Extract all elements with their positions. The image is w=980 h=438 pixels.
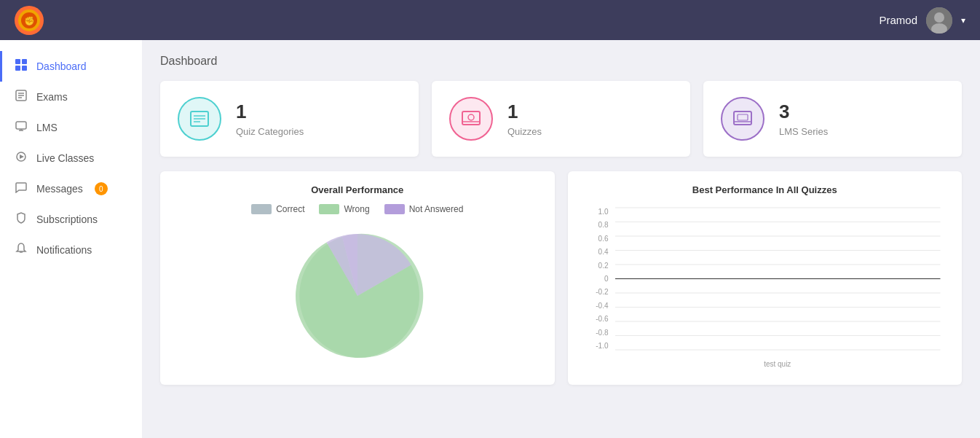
quiz-categories-icon-circle — [178, 97, 221, 141]
y-label-n08: -0.8 — [582, 329, 609, 337]
quizzes-label: Quizzes — [507, 126, 542, 137]
svg-rect-6 — [15, 59, 20, 64]
y-label-02: 0.2 — [582, 262, 609, 270]
line-chart-wrapper: 1.0 0.8 0.6 0.4 0.2 0 -0.2 -0.4 -0.6 -0.… — [582, 204, 948, 372]
sidebar-item-exams-label: Exams — [36, 91, 68, 103]
sidebar-item-subscriptions-label: Subscriptions — [36, 214, 98, 225]
subscriptions-icon — [15, 212, 28, 227]
svg-text:✊: ✊ — [24, 15, 35, 26]
charts-row: Overall Performance Correct Wrong Not An… — [160, 171, 962, 385]
stat-card-quiz-categories: 1 Quiz Categories — [160, 81, 419, 157]
sidebar-item-lms-label: LMS — [36, 122, 58, 133]
avatar[interactable] — [926, 7, 952, 34]
sidebar-item-dashboard[interactable]: Dashboard — [0, 51, 142, 82]
svg-rect-9 — [22, 66, 27, 71]
sidebar-item-messages-label: Messages — [36, 183, 83, 195]
sidebar-item-dashboard-label: Dashboard — [36, 60, 87, 72]
live-classes-icon — [15, 151, 28, 165]
lms-series-icon-circle — [721, 97, 764, 141]
stat-card-lms-series: 3 LMS Series — [703, 81, 962, 157]
sidebar-item-notifications[interactable]: Notifications — [0, 235, 142, 265]
correct-label: Correct — [276, 204, 304, 214]
sidebar-item-lms[interactable]: LMS — [0, 112, 142, 143]
best-performance-title: Best Performance In All Quizzes — [582, 184, 948, 195]
y-label-00: 0 — [582, 275, 609, 283]
dashboard-icon — [15, 59, 28, 74]
y-label-n10: -1.0 — [582, 342, 609, 350]
correct-color — [251, 204, 272, 214]
pie-legend: Correct Wrong Not Answered — [175, 204, 540, 214]
wrong-label: Wrong — [344, 204, 369, 214]
sidebar: Dashboard Exams LMS Live Classes Message — [0, 40, 142, 438]
sidebar-item-live-classes[interactable]: Live Classes — [0, 143, 142, 173]
y-axis: 1.0 0.8 0.6 0.4 0.2 0 -0.2 -0.4 -0.6 -0.… — [582, 208, 613, 350]
stat-info-quizzes: 1 Quizzes — [507, 101, 542, 136]
svg-rect-8 — [15, 66, 20, 71]
header-dropdown-icon[interactable]: ▾ — [961, 15, 965, 26]
sidebar-item-exams[interactable]: Exams — [0, 82, 142, 112]
messages-icon — [15, 181, 28, 196]
quiz-categories-number: 1 — [236, 101, 304, 123]
lms-series-label: LMS Series — [779, 126, 828, 137]
quiz-categories-label: Quiz Categories — [236, 126, 304, 137]
svg-rect-14 — [16, 122, 26, 129]
svg-rect-7 — [22, 59, 27, 64]
quizzes-number: 1 — [507, 101, 542, 123]
legend-not-answered: Not Answered — [384, 204, 464, 214]
best-performance-chart: Best Performance In All Quizzes 1.0 0.8 … — [568, 171, 963, 385]
y-label-04: 0.4 — [582, 248, 609, 256]
pie-chart-final — [288, 227, 427, 365]
y-label-n06: -0.6 — [582, 315, 609, 323]
sidebar-item-live-classes-label: Live Classes — [36, 152, 94, 164]
notifications-icon — [15, 243, 28, 257]
y-label-10: 1.0 — [582, 208, 609, 216]
y-label-n02: -0.2 — [582, 288, 609, 296]
svg-point-4 — [934, 12, 944, 23]
y-label-08: 0.8 — [582, 221, 609, 229]
svg-rect-28 — [734, 112, 751, 125]
stat-info-lms-series: 3 LMS Series — [779, 101, 828, 136]
not-answered-color — [384, 204, 405, 214]
header-user-area: Pramod ▾ — [879, 7, 965, 34]
lms-icon — [15, 120, 28, 135]
legend-wrong: Wrong — [319, 204, 369, 214]
stats-row: 1 Quiz Categories 1 Quizzes — [160, 81, 962, 157]
exams-icon — [15, 90, 28, 104]
y-label-n04: -0.4 — [582, 302, 609, 310]
y-label-06: 0.6 — [582, 235, 609, 243]
svg-marker-18 — [20, 155, 24, 159]
sidebar-item-subscriptions[interactable]: Subscriptions — [0, 204, 142, 235]
sidebar-item-notifications-label: Notifications — [36, 244, 92, 256]
stat-info-quiz-categories: 1 Quiz Categories — [236, 101, 304, 136]
app-logo[interactable]: ✊ — [15, 6, 44, 35]
svg-rect-24 — [462, 112, 480, 125]
overall-performance-title: Overall Performance — [175, 184, 540, 195]
pie-chart-container — [175, 223, 540, 369]
username-label: Pramod — [879, 14, 917, 26]
not-answered-label: Not Answered — [409, 204, 464, 214]
app-layout: Dashboard Exams LMS Live Classes Message — [0, 40, 980, 438]
legend-correct: Correct — [251, 204, 304, 214]
line-chart-svg — [615, 208, 941, 350]
x-axis-label: test quiz — [615, 360, 941, 368]
page-title: Dashboard — [160, 55, 962, 68]
header: ✊ Pramod ▾ — [0, 0, 980, 40]
messages-badge: 0 — [95, 182, 108, 195]
overall-performance-chart: Overall Performance Correct Wrong Not An… — [160, 171, 555, 385]
sidebar-item-messages[interactable]: Messages 0 — [0, 173, 142, 204]
main-content: Dashboard 1 Quiz Categories — [142, 40, 980, 438]
lms-series-number: 3 — [779, 101, 828, 123]
wrong-color — [319, 204, 339, 214]
stat-card-quizzes: 1 Quizzes — [432, 81, 690, 157]
quizzes-icon-circle — [449, 97, 493, 141]
